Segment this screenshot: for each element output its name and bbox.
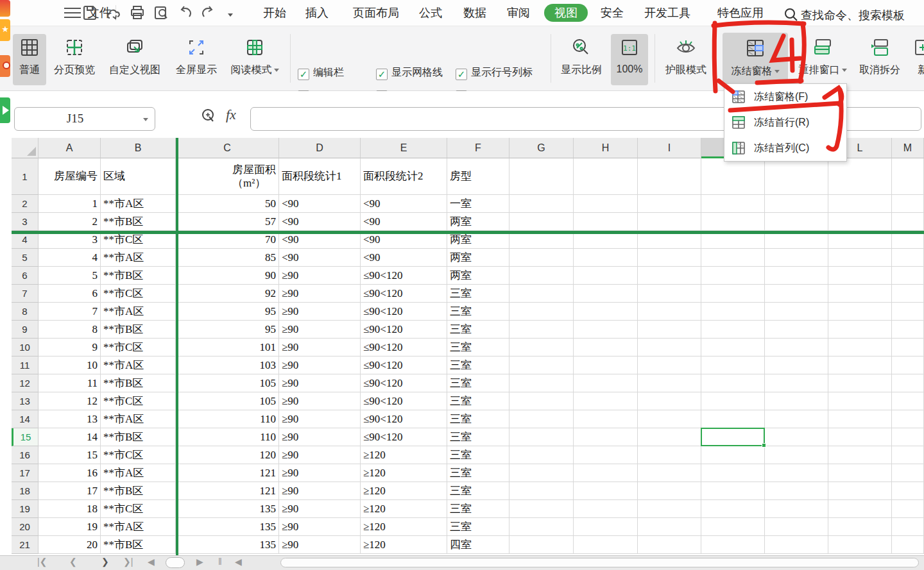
cell-J6[interactable] bbox=[701, 267, 765, 285]
cell-J2[interactable] bbox=[701, 195, 765, 213]
cell-B6[interactable]: **市B区 bbox=[101, 267, 176, 285]
cell-H3[interactable] bbox=[574, 213, 638, 231]
row-header-10[interactable]: 10 bbox=[12, 339, 38, 356]
cell-C3[interactable]: 57 bbox=[176, 213, 279, 231]
undo-icon[interactable] bbox=[176, 4, 194, 22]
checkbox-5[interactable]: ✓显示行号列标 bbox=[456, 66, 533, 80]
cell-M15[interactable] bbox=[892, 428, 924, 446]
row-header-17[interactable]: 17 bbox=[12, 464, 38, 482]
menu-tab-1[interactable]: 开始 bbox=[258, 4, 291, 22]
cell-F20[interactable]: 三室 bbox=[447, 518, 509, 536]
cell-H16[interactable] bbox=[574, 446, 638, 464]
zoom-scale-button[interactable]: 显示比例 bbox=[556, 38, 607, 77]
fx-icon[interactable]: fx bbox=[226, 106, 236, 123]
cell-E7[interactable]: ≤90<120 bbox=[361, 285, 447, 303]
cell-J1[interactable] bbox=[701, 158, 765, 195]
cell-K15[interactable] bbox=[765, 428, 828, 446]
cell-F21[interactable]: 四室 bbox=[447, 536, 509, 554]
cell-E8[interactable]: ≤90<120 bbox=[361, 303, 447, 321]
cell-K5[interactable] bbox=[765, 249, 828, 267]
cell-D12[interactable]: ≥90 bbox=[279, 374, 361, 392]
cell-F14[interactable]: 三室 bbox=[447, 410, 509, 428]
save-icon[interactable] bbox=[81, 4, 99, 22]
cell-I12[interactable] bbox=[638, 374, 701, 392]
cell-J19[interactable] bbox=[701, 500, 765, 518]
cell-I11[interactable] bbox=[638, 356, 701, 374]
cell-I18[interactable] bbox=[638, 482, 701, 500]
cell-C12[interactable]: 105 bbox=[176, 374, 279, 392]
cell-L21[interactable] bbox=[828, 536, 892, 554]
cell-B14[interactable]: **市A区 bbox=[101, 410, 176, 428]
print-icon[interactable] bbox=[128, 4, 146, 22]
cell-L14[interactable] bbox=[828, 410, 892, 428]
cell-L18[interactable] bbox=[828, 482, 892, 500]
cell-D2[interactable]: <90 bbox=[279, 195, 361, 213]
cell-I8[interactable] bbox=[638, 303, 701, 321]
cell-F12[interactable]: 三室 bbox=[447, 374, 509, 392]
cell-B15[interactable]: **市B区 bbox=[101, 428, 176, 446]
cell-A17[interactable]: 16 bbox=[38, 464, 101, 482]
cell-E2[interactable]: <90 bbox=[361, 195, 447, 213]
cell-F13[interactable]: 三室 bbox=[447, 392, 509, 410]
cell-G6[interactable] bbox=[509, 267, 574, 285]
cell-A12[interactable]: 11 bbox=[38, 374, 101, 392]
splitter-handle[interactable]: ‖ bbox=[218, 557, 222, 567]
cell-H12[interactable] bbox=[574, 374, 638, 392]
cell-I6[interactable] bbox=[638, 267, 701, 285]
cell-K19[interactable] bbox=[765, 500, 828, 518]
cell-I20[interactable] bbox=[638, 518, 701, 536]
prev-sheet-button[interactable]: ❮ bbox=[69, 557, 77, 567]
cell-I7[interactable] bbox=[638, 285, 701, 303]
menu-tab-9[interactable]: 开发工具 bbox=[639, 4, 696, 22]
cell-C14[interactable]: 110 bbox=[176, 410, 279, 428]
cell-K3[interactable] bbox=[765, 213, 828, 231]
checkbox-3[interactable]: ✓显示网格线 bbox=[376, 66, 443, 80]
cell-D3[interactable]: <90 bbox=[279, 213, 361, 231]
cell-E19[interactable]: ≥120 bbox=[361, 500, 447, 518]
row-header-1[interactable]: 1 bbox=[12, 158, 38, 195]
cell-D16[interactable]: ≥90 bbox=[279, 446, 361, 464]
cell-F6[interactable]: 两室 bbox=[447, 267, 509, 285]
eye-protect-button[interactable]: 护眼模式 bbox=[660, 38, 712, 77]
row-header-11[interactable]: 11 bbox=[12, 356, 38, 374]
cell-K1[interactable] bbox=[765, 158, 828, 195]
cell-G5[interactable] bbox=[509, 249, 574, 267]
column-header-F[interactable]: F bbox=[447, 138, 509, 158]
cell-F10[interactable]: 三室 bbox=[447, 339, 509, 356]
cell-K12[interactable] bbox=[765, 374, 828, 392]
column-header-E[interactable]: E bbox=[361, 138, 447, 158]
cell-K9[interactable] bbox=[765, 321, 828, 339]
cell-G1[interactable] bbox=[509, 158, 574, 195]
cell-C13[interactable]: 105 bbox=[176, 392, 279, 410]
cell-B9[interactable]: **市B区 bbox=[101, 321, 176, 339]
cell-A19[interactable]: 18 bbox=[38, 500, 101, 518]
cell-F15[interactable]: 三室 bbox=[447, 428, 509, 446]
cell-H19[interactable] bbox=[574, 500, 638, 518]
cell-G9[interactable] bbox=[509, 321, 574, 339]
dock-icon-orange[interactable] bbox=[0, 55, 10, 77]
cell-H8[interactable] bbox=[574, 303, 638, 321]
cell-J20[interactable] bbox=[701, 518, 765, 536]
column-header-I[interactable]: I bbox=[638, 138, 701, 158]
cell-L12[interactable] bbox=[828, 374, 892, 392]
cell-K8[interactable] bbox=[765, 303, 828, 321]
cell-A2[interactable]: 1 bbox=[38, 195, 101, 213]
cell-J18[interactable] bbox=[701, 482, 765, 500]
cell-L10[interactable] bbox=[828, 339, 892, 356]
cell-L19[interactable] bbox=[828, 500, 892, 518]
checkbox-1[interactable]: ✓编辑栏 bbox=[298, 66, 344, 80]
cell-F2[interactable]: 一室 bbox=[447, 195, 509, 213]
cell-M21[interactable] bbox=[892, 536, 924, 554]
menu-tab-3[interactable]: 页面布局 bbox=[348, 4, 404, 22]
row-header-6[interactable]: 6 bbox=[12, 267, 38, 285]
row-header-16[interactable]: 16 bbox=[12, 446, 38, 464]
cell-E20[interactable]: ≥120 bbox=[361, 518, 447, 536]
horizontal-scrollbar-thumb[interactable] bbox=[280, 558, 919, 567]
cell-I10[interactable] bbox=[638, 339, 701, 356]
cell-C9[interactable]: 95 bbox=[176, 321, 279, 339]
cell-M8[interactable] bbox=[892, 303, 924, 321]
cell-I16[interactable] bbox=[638, 446, 701, 464]
cell-I1[interactable] bbox=[638, 158, 701, 195]
cell-I14[interactable] bbox=[638, 410, 701, 428]
cell-E10[interactable]: ≤90<120 bbox=[361, 339, 447, 356]
